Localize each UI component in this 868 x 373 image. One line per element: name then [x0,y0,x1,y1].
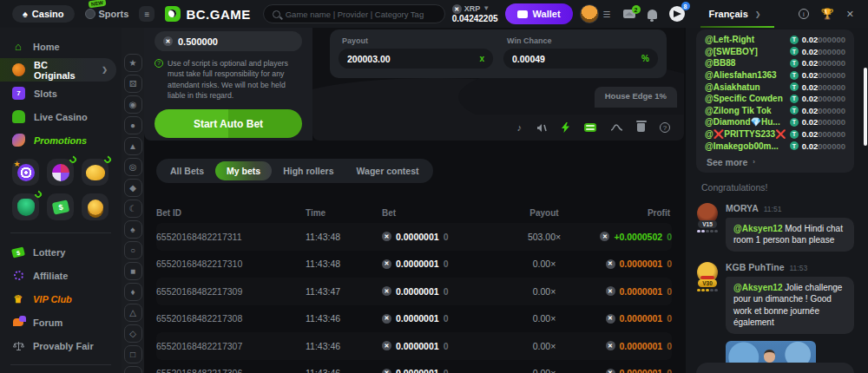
plant-icon [17,199,35,216]
planet-icon[interactable]: □ [124,345,142,363]
mines-bomb-icon[interactable]: ● [124,116,142,134]
chat-username[interactable]: KGB PuhTine [726,262,784,272]
menu-toggle-button[interactable]: ≡ [139,6,155,22]
sidebar-item-slots[interactable]: 7 Slots [0,82,122,105]
crypto-box-icon[interactable]: ◉ [124,95,142,114]
close-chat-icon[interactable]: ✕ [846,9,854,20]
start-auto-bet-button[interactable]: Start Auto Bet [155,109,302,138]
game-search[interactable] [263,4,445,23]
sidebar-item-forum[interactable]: Forum [0,311,122,334]
sidebar-item-affiliate[interactable]: Affiliate [0,264,122,287]
eye-icon[interactable]: ◇ [124,324,142,343]
chat-language-tab[interactable]: Français ❯ [704,0,766,28]
winner-row: @Zilong Tik Tok T 0.02000000 [705,105,845,117]
turbo-bet-icon[interactable] [562,122,569,133]
piggy-bank-icon [86,165,105,180]
limbo-target-icon[interactable]: ◎ [124,158,142,176]
winner-name[interactable]: @BB88 [705,58,790,68]
chat-username[interactable]: MORYA [726,203,759,213]
table-row[interactable]: 65520168482217310 11:43:48 ✕0.00000010 0… [156,251,672,278]
win-chance-input[interactable] [512,54,641,64]
winner-name[interactable]: @❌PRITTYS233❌ [705,129,790,139]
sound-icon[interactable] [536,123,547,133]
promo-tile-plant[interactable] [12,193,39,220]
wheel-icon[interactable]: ☾ [124,200,142,218]
chat-scrollbar[interactable] [864,68,867,146]
clear-data-icon[interactable] [637,123,645,132]
sports-nav-button[interactable]: NEW Sports [80,5,135,23]
promo-tile-lucky-spin[interactable] [12,159,39,186]
payout-input[interactable] [347,54,479,64]
winner-row: @Asiakhatun T 0.02000000 [705,81,845,93]
cap-icon[interactable]: ♣ [124,366,142,373]
tether-coin-icon: T [790,36,799,44]
table-row[interactable]: 65520168482217311 11:43:48 ✕0.00000010 5… [156,223,672,251]
sidebar-item-promotions[interactable]: Promotions [0,128,122,152]
winner-name[interactable]: @Asiakhatun [705,82,790,92]
hotkeys-icon[interactable] [584,123,596,132]
bet-amount: 0.0000001 [396,258,439,269]
mention-link[interactable]: @Aksyen12 [733,283,782,292]
mention-link[interactable]: @Aksyen12 [733,224,782,233]
top-hat-icon[interactable]: ■ [124,262,142,280]
sidebar-label-affiliate: Affiliate [33,271,68,281]
crash-comet-icon[interactable]: ★ [124,54,142,72]
sidebar-item-provably-fair[interactable]: Provably Fair [0,334,122,357]
tab-high-rollers[interactable]: High rollers [272,161,345,180]
chat-toggle-button[interactable]: 8 [669,6,685,22]
user-avatar[interactable] [580,4,599,23]
trophy-icon[interactable]: 🏆 [821,8,834,20]
tab-all-bets[interactable]: All Bets [159,161,215,180]
table-row[interactable]: 65520168482217308 11:43:46 ✕0.00000010 0… [156,305,672,333]
knife-icon[interactable]: △ [124,304,142,322]
promo-tile-fortune-wheel[interactable] [47,159,74,186]
winner-name[interactable]: @Aliesfahan1363 [705,70,790,80]
promo-tile-piggy-bank[interactable] [82,159,108,186]
sidebar-item-live-casino[interactable]: Live Casino [0,105,122,128]
music-icon[interactable]: ♪ [517,122,523,133]
payout-field[interactable]: x [339,49,493,69]
winner-name[interactable]: @[SWEBOY] [705,47,790,56]
winner-name[interactable]: @Left-Right [705,35,790,44]
table-row[interactable]: 65520168482217307 11:43:46 ✕0.00000010 0… [156,332,672,360]
wizard-hat-icon[interactable]: ▲ [124,137,142,155]
crab-icon[interactable]: ♠ [124,220,142,239]
table-row[interactable]: 65520168482217306 11:43:46 ✕0.00000010 0… [156,360,672,373]
xrp-coin-icon: ✕ [382,232,391,241]
bet-slip-icon[interactable]: ☰ [603,10,611,19]
bet-time: 11:43:48 [285,258,359,269]
help-icon[interactable]: ? [660,122,670,133]
sidebar-item-home[interactable]: ⌂ Home [0,35,122,58]
coins-icon[interactable]: ◆ [124,179,142,197]
sidebar-item-vip-club[interactable]: ♛ VIP Club [0,287,122,311]
sidebar-item-lottery[interactable]: $ Lottery [0,240,122,264]
chat-input[interactable] [696,363,854,373]
plinko-ball-icon[interactable]: ○ [124,241,142,259]
see-more-button[interactable]: See more › [705,152,845,169]
wallet-button[interactable]: Wallet [505,3,573,24]
promo-tile-gold-coin[interactable] [82,193,108,220]
table-row[interactable]: 65520168482217309 11:43:47 ✕0.00000010 0… [156,278,672,305]
winner-name[interactable]: @Zilong Tik Tok [705,106,790,115]
chat-rules-info-icon[interactable]: i [799,9,809,19]
live-stats-icon[interactable] [611,123,622,132]
xrp-coin-icon: ✕ [382,314,391,324]
inbox-button[interactable]: 2 [623,10,635,18]
sidebar-item-bc-originals[interactable]: BC Originals ❯ [0,58,116,82]
tab-my-bets[interactable]: My bets [215,161,272,180]
promo-tile-dollar-tag[interactable]: $ [47,193,74,220]
winner-name[interactable]: @Specific Cowden [705,94,790,103]
notifications-button[interactable] [648,10,657,19]
tab-wager-contest[interactable]: Wager contest [345,161,431,180]
casino-nav-button[interactable]: ♠ Casino [12,5,75,23]
win-chance-field[interactable]: % [503,49,658,69]
grenade-icon[interactable]: ♦ [124,283,142,301]
sidebar-label-lottery: Lottery [33,247,65,258]
bet-amount-field[interactable]: ✕ 0.500000 [155,31,302,51]
winner-name[interactable]: @Imakegob00m... [705,141,790,151]
bcgame-logo[interactable]: BC.GAME [165,6,250,22]
balance-selector[interactable]: ✕ XRP ▼ 0.04242205 [452,4,498,23]
winner-name[interactable]: @Diamond💎Hu... [705,117,790,127]
search-input[interactable] [286,10,436,19]
classic-dice-icon[interactable]: ⚄ [124,75,142,93]
